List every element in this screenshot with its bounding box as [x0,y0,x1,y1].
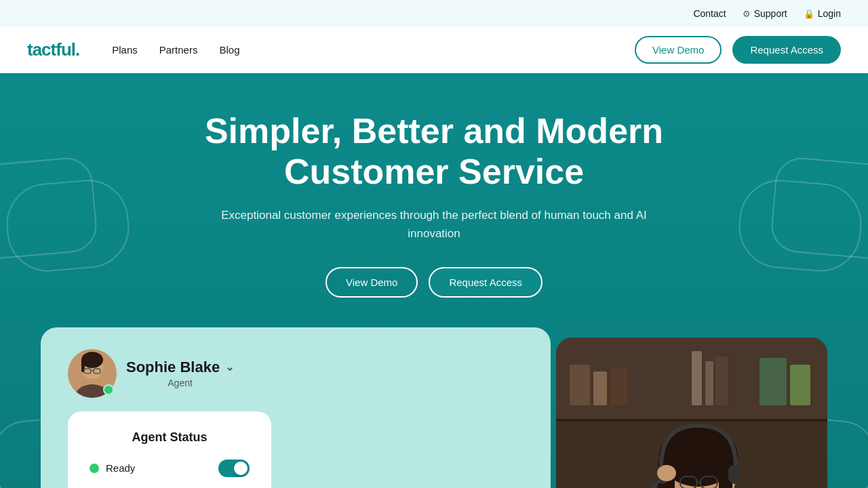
support-link[interactable]: ⚙ Support [743,8,787,19]
agent-role: Agent [126,378,234,388]
deco-rect-1 [0,156,99,262]
gear-icon: ⚙ [743,9,751,19]
svg-rect-34 [556,338,827,488]
contact-label: Contact [693,8,726,19]
lock-icon: 🔒 [804,9,814,19]
photo-inner [556,338,827,488]
login-link[interactable]: 🔒 Login [804,8,841,19]
photo-card [556,338,827,488]
status-panel-title: Agent Status [90,430,250,445]
logo: tactful. [27,39,79,60]
hero-subtitle: Exceptional customer experiences through… [217,206,651,243]
ready-dot [90,464,99,473]
status-panel: Agent Status Ready Not Ready [68,411,271,488]
ready-toggle-thumb [234,462,248,475]
hero-title: Simpler, Better and Modern Customer Serv… [129,111,739,192]
nav-left: tactful. Plans Partners Blog [27,39,240,60]
request-access-button[interactable]: Request Access [732,36,841,64]
hero-buttons: View Demo Request Access [27,267,841,298]
nav-links: Plans Partners Blog [112,44,239,56]
hero-request-access-button[interactable]: Request Access [429,267,542,298]
agent-card: Sophie Blake ⌄ Agent Agent Status Ready [41,327,551,488]
deco-rect-5 [736,176,865,274]
deco-rect-2 [3,176,133,274]
chevron-down-icon[interactable]: ⌄ [225,361,234,373]
status-ready-label: Ready [90,462,135,474]
agent-profile: Sophie Blake ⌄ Agent [68,349,524,398]
avatar-wrap [68,349,117,398]
agent-name: Sophie Blake ⌄ [126,359,234,376]
agent-info: Sophie Blake ⌄ Agent [126,359,234,388]
support-label: Support [754,8,787,19]
nav-right: View Demo Request Access [635,36,841,64]
status-row-ready: Ready [90,460,250,477]
nav-partners[interactable]: Partners [159,44,198,56]
contact-link[interactable]: Contact [693,8,726,19]
hero-section: Simpler, Better and Modern Customer Serv… [0,73,868,488]
view-demo-button[interactable]: View Demo [635,36,722,64]
deco-rect-4 [769,156,868,262]
login-label: Login [818,8,841,19]
top-bar: Contact ⚙ Support 🔒 Login [0,0,868,27]
navbar: tactful. Plans Partners Blog View Demo R… [0,27,868,73]
hero-view-demo-button[interactable]: View Demo [326,267,418,298]
agent-photo [556,338,827,488]
nav-plans[interactable]: Plans [112,44,138,56]
online-indicator [103,384,114,395]
nav-blog[interactable]: Blog [219,44,239,56]
cards-row: Sophie Blake ⌄ Agent Agent Status Ready [27,327,841,488]
ready-toggle[interactable] [218,460,250,477]
